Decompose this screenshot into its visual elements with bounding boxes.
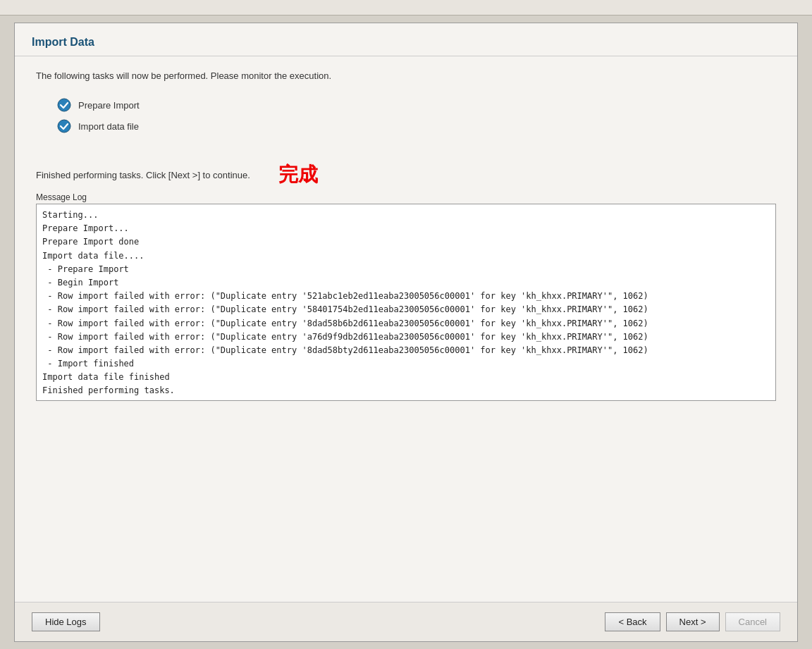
task-item-prepare: Prepare Import bbox=[57, 98, 776, 112]
tasks-list: Prepare Import Import data file bbox=[36, 98, 776, 133]
footer-left: Hide Logs bbox=[32, 612, 100, 631]
svg-point-1 bbox=[58, 120, 70, 132]
message-log-box[interactable]: Starting... Prepare Import... Prepare Im… bbox=[36, 204, 776, 401]
check-icon-import bbox=[57, 119, 71, 133]
task-label-import: Import data file bbox=[78, 121, 139, 132]
hide-logs-button[interactable]: Hide Logs bbox=[32, 612, 100, 631]
dialog-title: Import Data bbox=[32, 36, 780, 49]
dialog-header: Import Data bbox=[15, 23, 797, 56]
log-content: Starting... Prepare Import... Prepare Im… bbox=[42, 209, 770, 398]
svg-point-0 bbox=[58, 99, 70, 111]
dialog-body: The following tasks will now be performe… bbox=[15, 56, 797, 602]
status-section: Finished performing tasks. Click [Next >… bbox=[36, 161, 776, 188]
cancel-button: Cancel bbox=[725, 612, 780, 631]
back-button[interactable]: < Back bbox=[605, 612, 660, 631]
task-label-prepare: Prepare Import bbox=[78, 100, 140, 111]
check-icon-prepare bbox=[57, 98, 71, 112]
task-item-import: Import data file bbox=[57, 119, 776, 133]
dialog-container: Import Data The following tasks will now… bbox=[14, 23, 798, 642]
top-bar bbox=[0, 0, 812, 16]
finished-text: Finished performing tasks. Click [Next >… bbox=[36, 170, 250, 180]
instruction-text: The following tasks will now be performe… bbox=[36, 70, 776, 81]
message-log-label: Message Log bbox=[36, 192, 776, 202]
completed-label: 完成 bbox=[278, 161, 318, 188]
dialog-footer: Hide Logs < Back Next > Cancel bbox=[15, 602, 797, 641]
next-button[interactable]: Next > bbox=[666, 612, 720, 631]
footer-right: < Back Next > Cancel bbox=[605, 612, 780, 631]
